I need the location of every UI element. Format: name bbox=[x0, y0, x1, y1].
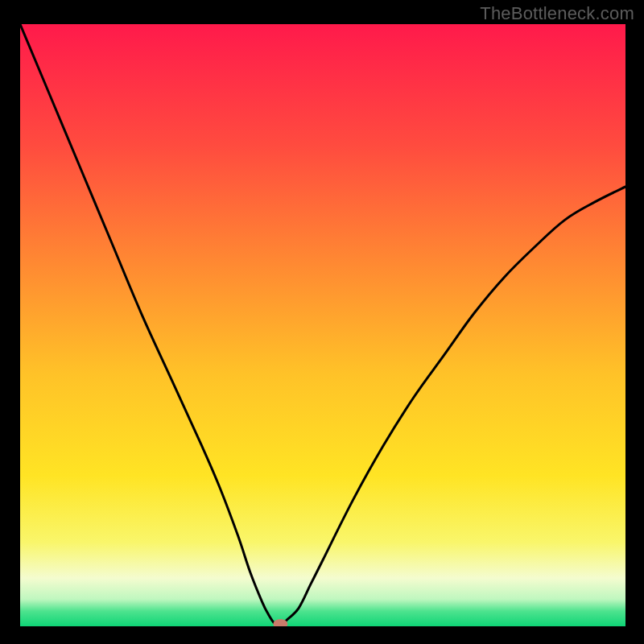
chart-svg bbox=[20, 24, 625, 626]
watermark-text: TheBottleneck.com bbox=[480, 3, 634, 24]
chart-background bbox=[20, 24, 625, 626]
chart-plot-area bbox=[20, 24, 625, 626]
chart-frame: TheBottleneck.com bbox=[0, 0, 644, 644]
